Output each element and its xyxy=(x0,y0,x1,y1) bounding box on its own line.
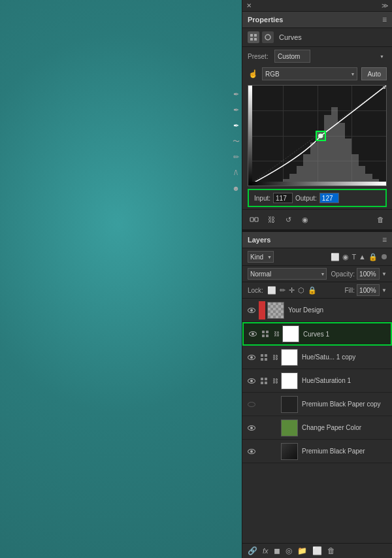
kind-select[interactable]: Kind xyxy=(248,251,274,263)
footer-fill-icon[interactable]: ◼ xyxy=(274,546,280,555)
output-value[interactable] xyxy=(319,193,339,203)
kind-select-wrapper[interactable]: Kind xyxy=(248,251,274,263)
curves-graph[interactable] xyxy=(248,85,387,186)
layer-name-curves1: Curves 1 xyxy=(303,331,387,338)
layer-item-premium-black[interactable]: Premium Black Paper xyxy=(242,440,392,463)
properties-menu-icon[interactable]: ≡ xyxy=(382,15,387,24)
preset-select-wrapper[interactable]: Custom xyxy=(274,50,387,63)
lock-all-icon[interactable]: 🔒 xyxy=(308,286,317,295)
channel-select[interactable]: RGB xyxy=(262,67,357,80)
layer-item-premium-black-copy[interactable]: Premium Black Paper copy xyxy=(242,393,392,416)
auto-button[interactable]: Auto xyxy=(361,67,387,80)
footer-delete-icon[interactable]: 🗑 xyxy=(327,546,335,555)
kind-shape-icon[interactable]: ▲ xyxy=(359,253,366,261)
curves-label: Curves xyxy=(279,33,302,41)
svg-point-4 xyxy=(265,35,270,40)
properties-header: Properties ≡ xyxy=(242,12,392,28)
footer-link-icon[interactable]: 🔗 xyxy=(248,546,257,555)
toolbar-eye-icon[interactable]: ◉ xyxy=(299,213,312,226)
blend-row: Normal Opacity: ▼ xyxy=(242,266,392,282)
layer-name-hue-satu-copy: Hue/Satu... 1 copy xyxy=(302,353,388,361)
chain-icon-hue-satu-copy[interactable]: ⛓ xyxy=(270,353,280,362)
footer-fx-icon[interactable]: fx xyxy=(263,547,269,555)
kind-smart-icon[interactable]: 🔒 xyxy=(368,253,378,261)
eye-icon-hue-saturation[interactable] xyxy=(246,376,257,386)
opacity-dropdown-icon[interactable]: ▼ xyxy=(382,271,387,277)
fill-group: Fill: ▼ xyxy=(345,284,387,296)
layer-item-curves1[interactable]: ⛓ Curves 1 xyxy=(242,322,392,346)
curves-adjustment-icon xyxy=(250,33,257,41)
control-point-highlight[interactable] xyxy=(316,131,326,141)
channel-select-wrapper[interactable]: RGB xyxy=(262,67,357,80)
eye-icon-premium-black[interactable] xyxy=(246,446,257,457)
input-label: Input: xyxy=(254,195,270,202)
blend-select[interactable]: Normal xyxy=(248,268,327,280)
eyedropper-white-icon[interactable]: ✒ xyxy=(229,119,242,132)
input-value[interactable] xyxy=(273,193,293,203)
output-label: Output: xyxy=(295,195,317,202)
smooth-tool-icon[interactable]: /\ xyxy=(229,166,242,179)
gradient-bar-bottom xyxy=(248,182,386,186)
curve-tool-icon[interactable]: 〜 xyxy=(229,135,242,148)
toolbar-delete-icon[interactable]: 🗑 xyxy=(374,213,387,226)
layer-thumb-change-paper-color xyxy=(281,419,298,436)
preset-select[interactable]: Custom xyxy=(274,50,310,63)
chain-icon-hue-saturation[interactable]: ⛓ xyxy=(270,376,280,386)
finger-tool-icon[interactable]: ☝ xyxy=(248,69,258,79)
layers-menu-icon[interactable]: ≡ xyxy=(382,235,387,244)
layer-item-hue-satu-copy[interactable]: ⛓ Hue/Satu... 1 copy xyxy=(242,346,392,369)
layers-panel: Layers ≡ Kind ⬜ ◉ T ▲ 🔒 xyxy=(242,231,392,558)
opacity-input[interactable] xyxy=(357,268,380,280)
properties-title: Properties xyxy=(248,16,283,24)
curves-circle-icon[interactable] xyxy=(262,31,274,43)
layer-item-hue-saturation[interactable]: ⛓ Hue/Saturation 1 xyxy=(242,369,392,393)
fill-dropdown-icon[interactable]: ▼ xyxy=(382,287,387,293)
adjustment-icon-hue-saturation xyxy=(260,377,268,385)
preset-row: Preset: Custom xyxy=(242,47,392,65)
fill-label: Fill: xyxy=(345,287,355,294)
lock-brush-icon[interactable]: ✏ xyxy=(280,286,286,295)
curves-type-icon[interactable] xyxy=(248,31,259,43)
lock-artboard-icon[interactable]: ⬡ xyxy=(298,286,304,295)
toolbar-undo-icon[interactable]: ↺ xyxy=(282,213,295,226)
eye-icon-hue-satu-copy[interactable] xyxy=(246,352,257,363)
svg-rect-2 xyxy=(250,38,253,41)
layers-footer: 🔗 fx ◼ ◎ 📁 ⬜ 🗑 xyxy=(242,543,392,558)
footer-adjustment-icon[interactable]: ◎ xyxy=(286,546,292,555)
expand-icon[interactable]: ≫ xyxy=(382,2,388,9)
eye-icon-your-design[interactable] xyxy=(246,305,257,316)
kind-gradient-icon[interactable]: ◉ xyxy=(342,253,349,261)
lock-move-icon[interactable]: ✛ xyxy=(289,286,295,295)
hand-tool-icon[interactable]: ☻ xyxy=(229,182,242,195)
layer-type-hue-satu-copy xyxy=(259,352,269,363)
curves-icon-row: Curves xyxy=(242,28,392,47)
pencil-tool-icon[interactable]: ✏ xyxy=(229,150,242,163)
eyedropper-gray-icon[interactable]: ✒ xyxy=(229,103,242,116)
eye-icon-change-paper-color[interactable] xyxy=(246,423,257,433)
corner-dot-top-right xyxy=(383,86,385,89)
svg-rect-15 xyxy=(265,358,267,361)
footer-new-layer-icon[interactable]: ⬜ xyxy=(312,546,322,555)
chain-icon-curves1[interactable]: ⛓ xyxy=(272,329,281,338)
blend-select-wrapper[interactable]: Normal xyxy=(248,268,327,280)
close-icon[interactable]: ✕ xyxy=(246,2,252,9)
layer-type-curves1 xyxy=(260,329,270,339)
eye-icon-premium-black-copy[interactable] xyxy=(246,399,257,410)
layer-thumb-premium-black xyxy=(281,443,298,460)
lock-pixel-icon[interactable]: ⬜ xyxy=(267,286,276,295)
eye-icon-curves1[interactable] xyxy=(248,329,258,339)
layer-item-your-design[interactable]: Your Design xyxy=(242,299,392,322)
curves-area-wrapper: ✒ ✒ ✒ 〜 ✏ /\ ☻ xyxy=(242,85,392,186)
opacity-group: Opacity: ▼ xyxy=(331,268,387,280)
adjustment-icon-hue-satu-copy xyxy=(260,353,268,361)
toolbar-link-icon[interactable] xyxy=(248,213,261,226)
footer-group-icon[interactable]: 📁 xyxy=(297,546,307,555)
layer-item-change-paper-color[interactable]: Change Paper Color xyxy=(242,416,392,440)
eyedropper-black-icon[interactable]: ✒ xyxy=(229,88,242,101)
kind-pixel-icon[interactable]: ⬜ xyxy=(331,253,340,261)
adjustment-icon-curves1 xyxy=(261,330,269,338)
fill-input[interactable] xyxy=(357,284,380,296)
toolbar-chain-icon[interactable]: ⛓ xyxy=(265,213,278,226)
preset-label: Preset: xyxy=(248,53,270,60)
kind-type-icon[interactable]: T xyxy=(351,253,356,261)
